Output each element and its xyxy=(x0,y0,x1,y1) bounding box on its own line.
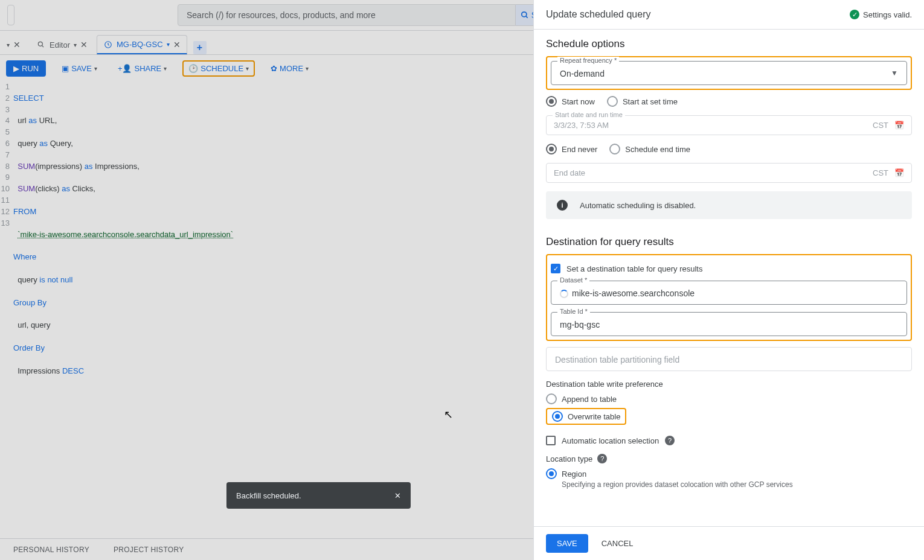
schedule-options-heading: Schedule options xyxy=(546,38,912,50)
run-button[interactable]: ▶ RUN xyxy=(6,60,46,77)
close-icon[interactable]: ✕ xyxy=(13,40,21,49)
schedule-highlight: 🕑 SCHEDULE ▾ xyxy=(182,60,255,77)
destination-highlight: ✓ Set a destination table for query resu… xyxy=(546,254,912,341)
settings-valid: ✓ Settings valid. xyxy=(850,10,912,19)
schedule-button[interactable]: 🕑 SCHEDULE ▾ xyxy=(188,64,249,73)
tab-personal-history[interactable]: PERSONAL HISTORY xyxy=(13,546,89,554)
play-icon: ▶ xyxy=(13,64,19,73)
calendar-icon[interactable]: 📅 xyxy=(894,168,904,177)
help-icon[interactable]: ? xyxy=(597,454,607,463)
region-hint: Specifying a region provides dataset col… xyxy=(562,480,912,489)
panel-header: Update scheduled query ✓ Settings valid. xyxy=(534,0,924,30)
svg-line-1 xyxy=(526,16,528,18)
help-icon[interactable]: ? xyxy=(665,436,675,445)
radio-region[interactable]: Region xyxy=(546,468,912,479)
gear-icon: ✿ xyxy=(271,64,277,73)
checkbox-icon xyxy=(546,436,556,445)
radio-end-set-time[interactable]: Schedule end time xyxy=(609,144,690,154)
chevron-down-icon: ▼ xyxy=(891,69,898,77)
chevron-down-icon: ▾ xyxy=(246,65,249,72)
auto-location-checkbox[interactable]: Automatic location selection ? xyxy=(546,436,912,445)
panel-title: Update scheduled query xyxy=(546,9,650,20)
table-id-field[interactable]: Table Id * mg-bq-gsc xyxy=(551,312,907,336)
end-radio-group: End never Schedule end time xyxy=(546,144,912,154)
destination-heading: Destination for query results xyxy=(546,236,912,248)
share-button[interactable]: +👤 SHARE ▾ xyxy=(113,60,172,77)
info-strip: i Automatic scheduling is disabled. xyxy=(546,191,912,219)
tab-1[interactable]: ▾ ✕ xyxy=(0,35,27,54)
panel-body[interactable]: Schedule options Repeat frequency * On-d… xyxy=(534,30,924,526)
info-icon: i xyxy=(557,200,568,211)
check-icon: ✓ xyxy=(850,10,859,19)
radio-start-set-time[interactable]: Start at set time xyxy=(607,96,678,107)
dataset-field[interactable]: Dataset * mike-is-awesome.searchconsole xyxy=(551,281,907,305)
toast-message: Backfill scheduled. xyxy=(236,491,301,500)
write-pref-heading: Destination table write preference xyxy=(546,380,912,389)
close-icon[interactable]: ✕ xyxy=(394,491,401,500)
chevron-down-icon: ▾ xyxy=(7,42,10,48)
share-icon: +👤 xyxy=(118,64,132,73)
new-tab-button[interactable]: + xyxy=(193,41,207,54)
freq-highlight: Repeat frequency * On-demand ▼ xyxy=(546,56,912,90)
search-icon xyxy=(521,11,529,19)
tab-project-history[interactable]: PROJECT HISTORY xyxy=(114,546,184,554)
start-date-field[interactable]: Start date and run time 3/3/23, 7:53 AM … xyxy=(546,115,912,135)
start-radio-group: Start now Start at set time xyxy=(546,96,912,107)
toast-notification: Backfill scheduled. ✕ xyxy=(226,482,411,509)
svg-point-0 xyxy=(522,12,527,17)
tab-label: Editor xyxy=(50,40,70,49)
tab-label: MG-BQ-GSC xyxy=(117,40,163,49)
schedule-icon xyxy=(103,40,113,49)
save-button[interactable]: SAVE xyxy=(546,534,588,553)
overwrite-highlight: Overwrite table xyxy=(546,408,626,425)
line-gutter: 12345678910111213 xyxy=(0,81,13,399)
repeat-frequency-select[interactable]: Repeat frequency * On-demand ▼ xyxy=(551,61,907,85)
chevron-down-icon: ▾ xyxy=(164,65,167,72)
panel-footer: SAVE CANCEL xyxy=(534,526,924,560)
spinner-icon xyxy=(560,290,568,298)
close-icon[interactable]: ✕ xyxy=(173,40,181,49)
search-input[interactable]: Search (/) for resources, docs, products… xyxy=(178,4,516,26)
radio-append[interactable]: Append to table xyxy=(546,393,912,404)
calendar-icon[interactable]: 📅 xyxy=(894,121,904,130)
chevron-down-icon: ▾ xyxy=(306,65,309,72)
close-icon[interactable]: ✕ xyxy=(80,40,88,49)
clock-icon: 🕑 xyxy=(188,64,198,73)
chevron-down-icon: ▾ xyxy=(167,41,170,48)
checkbox-icon: ✓ xyxy=(551,264,560,273)
end-date-field[interactable]: End date CST 📅 xyxy=(546,163,912,183)
chevron-down-icon: ▾ xyxy=(94,65,97,72)
svg-line-3 xyxy=(42,45,43,47)
cursor-icon: ↖ xyxy=(444,408,453,421)
location-type-heading: Location type ? xyxy=(546,454,912,463)
left-placeholder xyxy=(7,5,14,25)
tab-editor[interactable]: Editor ▾ ✕ xyxy=(30,35,94,54)
save-button[interactable]: ▣ SAVE ▾ xyxy=(57,60,102,77)
tab-mg-bq-gsc[interactable]: MG-BQ-GSC ▾ ✕ xyxy=(97,35,187,54)
radio-end-never[interactable]: End never xyxy=(546,144,597,154)
save-icon: ▣ xyxy=(62,64,69,73)
cancel-button[interactable]: CANCEL xyxy=(602,539,634,548)
search-placeholder: Search (/) for resources, docs, products… xyxy=(187,10,376,20)
update-query-panel: Update scheduled query ✓ Settings valid.… xyxy=(533,0,924,560)
set-destination-checkbox[interactable]: ✓ Set a destination table for query resu… xyxy=(551,264,907,273)
more-button[interactable]: ✿ MORE ▾ xyxy=(266,60,313,77)
query-icon xyxy=(36,40,46,49)
partition-field[interactable]: Destination table partitioning field xyxy=(546,347,912,371)
radio-overwrite[interactable]: Overwrite table xyxy=(552,411,620,422)
radio-start-now[interactable]: Start now xyxy=(546,96,595,107)
chevron-down-icon: ▾ xyxy=(74,42,77,48)
